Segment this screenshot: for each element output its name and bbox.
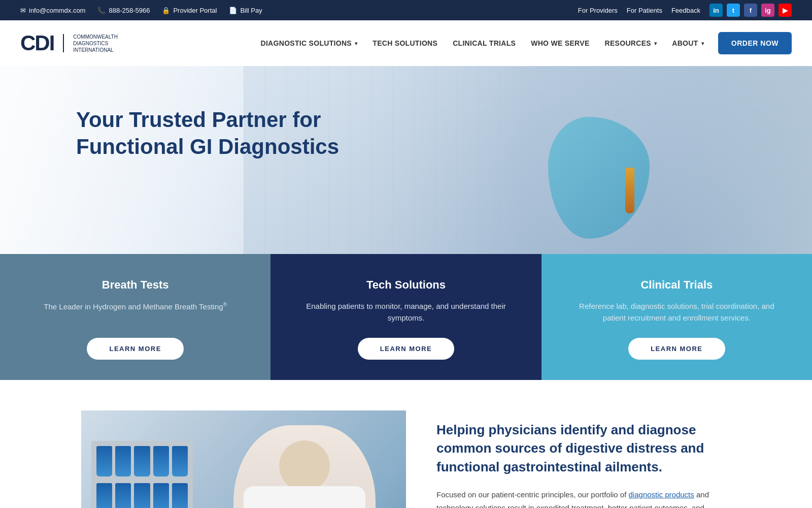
- lower-heading: Helping physicians identify and diagnose…: [436, 421, 721, 476]
- cards-section: Breath Tests The Leader in Hydrogen and …: [0, 254, 812, 380]
- nav-who-we-serve[interactable]: WHO WE SERVE: [525, 35, 595, 51]
- for-patients-link[interactable]: For Patients: [627, 7, 662, 14]
- rack-tube: [115, 483, 131, 508]
- lower-text: Helping physicians identify and diagnose…: [406, 410, 812, 508]
- provider-portal-link[interactable]: 🔒 Provider Portal: [162, 7, 217, 14]
- card-clinical-trials: Clinical Trials Reference lab, diagnosti…: [542, 254, 812, 380]
- tube-rack: [91, 441, 193, 508]
- main-nav: DIAGNOSTIC SOLUTIONS ▾ TECH SOLUTIONS CL…: [255, 32, 792, 54]
- feedback-link[interactable]: Feedback: [671, 7, 700, 14]
- rack-tube: [96, 483, 112, 508]
- logo-cdi: CDI: [20, 31, 54, 55]
- chevron-down-icon: ▾: [701, 41, 704, 46]
- lab-equipment-right: [660, 66, 812, 254]
- card-breath-tests: Breath Tests The Leader in Hydrogen and …: [0, 254, 270, 380]
- lab-person: [233, 425, 376, 508]
- top-bar: ✉ info@commdx.com 📞 888-258-5966 🔒 Provi…: [0, 0, 812, 20]
- test-tube: [625, 168, 634, 213]
- nav-tech-solutions[interactable]: TECH SOLUTIONS: [366, 35, 444, 51]
- nav-diagnostic-solutions[interactable]: DIAGNOSTIC SOLUTIONS ▾: [255, 35, 364, 51]
- chevron-down-icon: ▾: [654, 41, 657, 46]
- rack-tube: [115, 446, 131, 477]
- lock-icon: 🔒: [162, 7, 170, 14]
- email-icon: ✉: [20, 7, 26, 14]
- chevron-down-icon: ▾: [355, 41, 357, 46]
- rack-tube: [172, 446, 188, 477]
- lower-section: Helping physicians identify and diagnose…: [0, 380, 812, 508]
- rack-tube: [134, 483, 150, 508]
- youtube-icon[interactable]: ▶: [779, 4, 792, 17]
- rack-tube: [96, 446, 112, 477]
- order-now-button[interactable]: ORDER NOW: [718, 32, 792, 54]
- header: CDI COMMONWEALTH DIAGNOSTICS INTERNATION…: [0, 20, 812, 66]
- bill-icon: 📄: [229, 7, 237, 14]
- learn-more-tech-button[interactable]: LEARN MORE: [358, 338, 454, 360]
- nav-about[interactable]: ABOUT ▾: [666, 35, 710, 51]
- top-bar-left: ✉ info@commdx.com 📞 888-258-5966 🔒 Provi…: [20, 7, 262, 14]
- lab-background: [244, 66, 812, 254]
- rack-tube: [153, 483, 169, 508]
- learn-more-clinical-button[interactable]: LEARN MORE: [628, 338, 725, 360]
- hero-section: Your Trusted Partner for Functional GI D…: [0, 66, 812, 254]
- person-coat: [244, 486, 365, 508]
- hero-title: Your Trusted Partner for Functional GI D…: [76, 107, 339, 160]
- learn-more-breath-button[interactable]: LEARN MORE: [87, 338, 183, 360]
- linkedin-icon[interactable]: in: [709, 4, 723, 17]
- hero-content: Your Trusted Partner for Functional GI D…: [76, 107, 339, 160]
- for-providers-link[interactable]: For Providers: [578, 7, 618, 14]
- twitter-icon[interactable]: t: [727, 4, 740, 17]
- email-link[interactable]: ✉ info@commdx.com: [20, 7, 85, 14]
- lower-lab-image: [81, 410, 406, 508]
- logo: CDI COMMONWEALTH DIAGNOSTICS INTERNATION…: [20, 31, 114, 55]
- rack-tube: [134, 446, 150, 477]
- top-bar-right: For Providers For Patients Feedback in t…: [578, 4, 792, 17]
- logo-divider: [63, 34, 64, 52]
- logo-text: COMMONWEALTH DIAGNOSTICS INTERNATIONAL: [73, 34, 114, 53]
- nav-clinical-trials[interactable]: CLINICAL TRIALS: [447, 35, 522, 51]
- lower-body: Focused on our patient-centric principle…: [436, 488, 721, 508]
- rack-tube: [153, 446, 169, 477]
- phone-icon: 📞: [97, 7, 106, 14]
- facebook-icon[interactable]: f: [744, 4, 757, 17]
- rack-tube: [172, 483, 188, 508]
- instagram-icon[interactable]: ig: [761, 4, 774, 17]
- social-icons: in t f ig ▶: [709, 4, 792, 17]
- phone-link[interactable]: 📞 888-258-5966: [97, 7, 150, 14]
- diagnostic-products-link[interactable]: diagnostic products: [629, 490, 694, 499]
- person-head: [279, 440, 330, 491]
- card-tech-solutions: Tech Solutions Enabling patients to moni…: [270, 254, 541, 380]
- bill-pay-link[interactable]: 📄 Bill Pay: [229, 7, 262, 14]
- nav-resources[interactable]: RESOURCES ▾: [599, 35, 663, 51]
